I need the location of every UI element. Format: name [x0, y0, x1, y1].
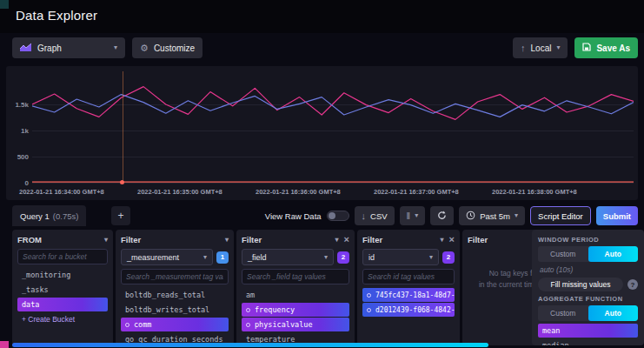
- tag-value-item-selected[interactable]: frequency: [242, 303, 349, 317]
- chart-cursor-dot: [120, 180, 124, 184]
- field-search-input[interactable]: [242, 269, 349, 284]
- selected-dot-icon: [246, 323, 250, 327]
- page-title: Data Explorer: [16, 8, 97, 23]
- help-icon[interactable]: ?: [627, 279, 638, 290]
- close-icon[interactable]: ×: [344, 235, 349, 244]
- save-as-label: Save As: [596, 44, 630, 53]
- tag-value-item-selected[interactable]: comm: [121, 318, 229, 331]
- csv-download-button[interactable]: ↓ CSV: [355, 206, 395, 225]
- bucket-item[interactable]: _monitoring: [17, 268, 108, 282]
- chevron-down-icon: ▾: [324, 254, 328, 261]
- tag-value-item[interactable]: boltdb_writes_total: [121, 303, 229, 317]
- filter-panel-header[interactable]: Filter ▾ ×: [362, 234, 455, 245]
- filter-panel-header[interactable]: Filter ▾: [121, 234, 229, 245]
- save-icon: [582, 43, 591, 53]
- selected-dot-icon: [367, 308, 371, 312]
- aggregate-function-item[interactable]: median: [538, 338, 638, 345]
- tag-value-item[interactable]: am: [242, 288, 349, 302]
- save-location-dropdown[interactable]: ↑ Local ▾: [513, 37, 568, 58]
- tag-key-label: _field: [248, 253, 267, 262]
- chevron-down-icon: ▾: [335, 237, 339, 244]
- selected-dot-icon: [125, 323, 129, 327]
- selected-dot-icon: [367, 293, 371, 298]
- tag-value-item-selected[interactable]: d2012439-f068-4842-bfef-8...: [362, 303, 455, 317]
- from-panel: FROM ▾ _monitoring _tasks data + Create …: [12, 230, 113, 345]
- fill-missing-values-toggle[interactable]: Fill missing values: [538, 278, 623, 291]
- clock-icon: [466, 211, 475, 222]
- aggregate-auto-button[interactable]: Auto: [588, 305, 639, 321]
- chevron-down-icon: ▾: [104, 237, 108, 244]
- filter-panel-header[interactable]: Filter ▾ ×: [242, 234, 349, 245]
- tag-key-dropdown[interactable]: id ▾: [362, 249, 439, 265]
- window-period-segmented: Custom Auto: [538, 246, 638, 262]
- aggregate-segmented: Custom Auto: [538, 305, 638, 321]
- filter-panel-id: Filter ▾ × id ▾ 2 745fc437-18a1-48d7-98a…: [357, 230, 460, 345]
- filter-panel-title: Filter: [242, 235, 262, 244]
- query-tab-duration: (0.75s): [53, 211, 79, 221]
- from-panel-header[interactable]: FROM ▾: [17, 234, 108, 245]
- aggregate-function-item-selected[interactable]: mean: [538, 324, 638, 338]
- add-query-button[interactable]: +: [111, 206, 130, 225]
- window-auto-button[interactable]: Auto: [588, 246, 639, 262]
- pause-dropdown-button[interactable]: ‖ ▾: [400, 206, 426, 225]
- submit-label: Submit: [603, 211, 631, 221]
- visualization-type-dropdown[interactable]: Graph ▾: [12, 37, 125, 58]
- tag-key-dropdown[interactable]: _field ▾: [242, 249, 334, 265]
- pause-icon: ‖: [407, 211, 411, 221]
- chart-cursor-line: [123, 71, 123, 183]
- visualization-type-label: Graph: [37, 44, 62, 53]
- tag-key-dropdown[interactable]: _measurement ▾: [121, 249, 213, 265]
- save-as-button[interactable]: Save As: [574, 37, 638, 58]
- window-period-panel: WINDOW PERIOD Custom Auto auto (10s) Fil…: [532, 230, 644, 345]
- app-header: Data Explorer: [0, 0, 644, 33]
- chevron-down-icon: ▾: [415, 212, 418, 219]
- submit-button[interactable]: Submit: [596, 206, 638, 225]
- bucket-item-selected[interactable]: data: [17, 298, 108, 311]
- create-bucket-button[interactable]: + Create Bucket: [17, 312, 108, 326]
- id-search-input[interactable]: [362, 269, 455, 284]
- tag-value-item-selected[interactable]: physicalvalue: [242, 318, 349, 331]
- x-axis-tick: 2022-01-21 16:36:00 GMT+8: [256, 188, 341, 196]
- filter-panel-title: Filter: [121, 235, 141, 244]
- chevron-down-icon: ▾: [114, 44, 117, 51]
- y-axis-tick: 500: [8, 153, 29, 161]
- query-tab[interactable]: Query 1 (0.75s): [12, 205, 86, 226]
- selected-dot-icon: [246, 308, 250, 312]
- tag-value-label: comm: [134, 320, 151, 329]
- chevron-down-icon: ▾: [203, 254, 207, 261]
- bucket-search-input[interactable]: [17, 249, 108, 264]
- x-axis-tick: 2022-01-21 16:38:00 GMT+8: [492, 188, 577, 196]
- time-range-dropdown[interactable]: Past 5m ▾: [459, 206, 525, 225]
- selected-count-badge: 1: [216, 251, 229, 264]
- tag-value-label: 745fc437-18a1-48d7-98a6-7...: [375, 291, 455, 299]
- selected-count-badge: 2: [442, 251, 455, 264]
- aggregate-custom-button[interactable]: Custom: [538, 305, 588, 321]
- view-raw-data-toggle[interactable]: [327, 211, 349, 221]
- customize-label: Customize: [154, 44, 195, 53]
- chevron-down-icon: ▾: [429, 254, 433, 261]
- y-axis-tick: 1.5k: [8, 101, 29, 109]
- measurement-search-input[interactable]: [121, 269, 229, 284]
- area-chart-icon: [20, 43, 32, 53]
- tag-value-label: physicalvalue: [255, 320, 313, 329]
- script-editor-button[interactable]: Script Editor: [530, 206, 591, 225]
- chart-panel: 1.5k 1k 500 0 2022-01-21 16:34:00 GMT+8 …: [6, 66, 638, 200]
- close-icon[interactable]: ×: [449, 235, 455, 244]
- query-tab-name: Query 1: [20, 211, 50, 221]
- window-auto-value: auto (10s): [538, 264, 638, 278]
- refresh-button[interactable]: [430, 206, 454, 225]
- window-custom-button[interactable]: Custom: [538, 246, 588, 262]
- customize-button[interactable]: ⚙ Customize: [132, 37, 202, 58]
- horizontal-scrollbar[interactable]: [12, 343, 488, 347]
- tag-value-item-selected[interactable]: 745fc437-18a1-48d7-98a6-7...: [362, 288, 455, 302]
- save-location-label: Local: [531, 44, 552, 53]
- tag-key-label: id: [368, 253, 375, 262]
- chevron-down-icon: ▾: [225, 237, 229, 244]
- query-bar: Query 1 (0.75s) + View Raw Data ↓ CSV ‖ …: [0, 204, 644, 228]
- chevron-down-icon: ▾: [556, 44, 560, 51]
- bucket-item[interactable]: _tasks: [17, 283, 108, 297]
- y-axis-tick: 0: [8, 179, 29, 187]
- refresh-icon: [437, 211, 447, 222]
- tag-key-label: _measurement: [127, 253, 179, 262]
- tag-value-item[interactable]: boltdb_reads_total: [121, 288, 229, 302]
